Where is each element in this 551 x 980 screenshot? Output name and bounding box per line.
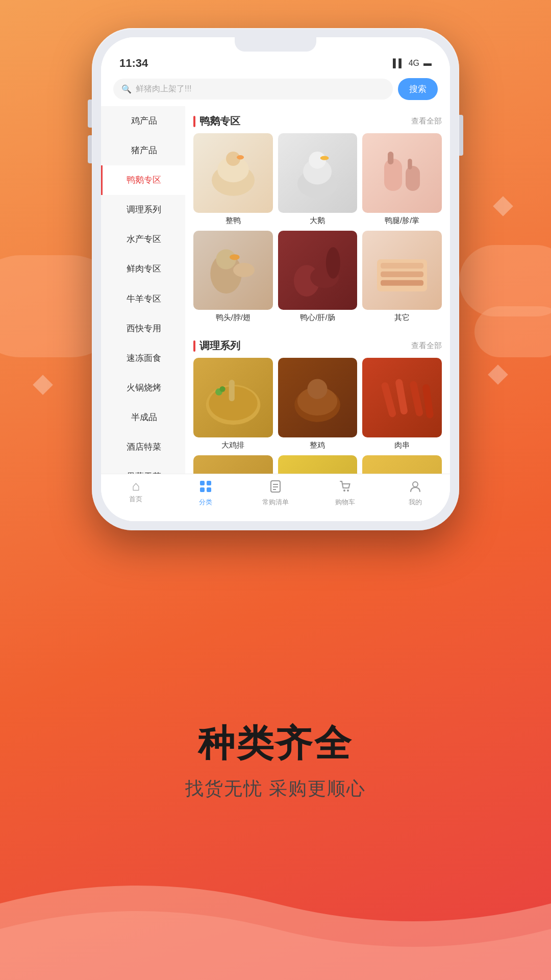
section-header-tiaoli: 调理系列 查看全部	[193, 331, 442, 358]
phone-mockup: 11:34 ▌▌ 4G ▬ 🔍 鲜猪肉上架了!!! 搜索	[92, 28, 459, 530]
cart-icon	[338, 479, 353, 496]
svg-rect-8	[384, 159, 402, 191]
svg-point-27	[219, 386, 225, 392]
svg-point-65	[347, 489, 349, 492]
product-name-yaxin: 鸭心/肝/肠	[300, 313, 335, 323]
product-yaxin[interactable]: 鸭心/肝/肠	[278, 231, 358, 323]
product-rouchuan[interactable]: 肉串	[362, 358, 442, 450]
svg-rect-32	[395, 379, 408, 415]
status-time: 11:34	[119, 57, 148, 70]
section-title-tiaoli: 调理系列	[193, 339, 240, 353]
product-img-rouchuan	[362, 358, 442, 437]
sidebar-item-shuichan[interactable]: 水产专区	[101, 225, 185, 254]
product-grid-tiaoli: 大鸡排 整鸡	[193, 358, 442, 474]
product-name-jizhi: 整鸡	[310, 440, 325, 450]
sidebar-item-yaya[interactable]: 鸭鹅专区	[101, 165, 185, 195]
product-qita[interactable]: 其它	[362, 231, 442, 323]
search-input-wrap[interactable]: 🔍 鲜猪肉上架了!!!	[113, 79, 393, 100]
right-panel: 鸭鹅专区 查看全部	[185, 106, 450, 474]
product-name-yatou: 鸭头/脖/翅	[216, 313, 251, 323]
product-dajipai[interactable]: 大鸡排	[193, 358, 273, 450]
svg-rect-57	[207, 481, 211, 485]
search-icon: 🔍	[121, 84, 132, 94]
product-name-dae: 大鹅	[310, 216, 325, 226]
signal-icon: ▌▌	[393, 59, 405, 68]
product-img-jimihua	[362, 455, 442, 474]
phone-notch	[235, 37, 316, 52]
svg-rect-20	[381, 263, 423, 268]
nav-home-label: 首页	[129, 495, 142, 504]
product-img-zhengya	[193, 133, 273, 213]
svg-point-66	[413, 482, 418, 487]
bottom-nav: ⌂ 首页 分类	[101, 474, 450, 521]
product-name-yatui: 鸭腿/胗/掌	[385, 216, 419, 226]
sidebar: 鸡产品 猪产品 鸭鹅专区 调理系列 水产专区 鲜肉专区	[101, 106, 185, 474]
volume-down-button	[88, 135, 92, 163]
main-content: 鸡产品 猪产品 鸭鹅专区 调理系列 水产专区 鲜肉专区	[101, 106, 450, 474]
product-dae[interactable]: 大鹅	[278, 133, 358, 226]
product-jiliu[interactable]: 鸡柳	[193, 455, 273, 474]
product-yatou[interactable]: 鸭头/脖/翅	[193, 231, 273, 323]
nav-category[interactable]: 分类	[171, 479, 241, 507]
svg-point-64	[343, 489, 345, 492]
svg-point-13	[233, 263, 255, 277]
product-jizhi[interactable]: 整鸡	[278, 358, 358, 450]
mine-icon	[408, 479, 422, 496]
product-yansuji[interactable]: 盐酥鸡	[278, 455, 358, 474]
product-zhengya[interactable]: 整鸭	[193, 133, 273, 226]
product-grid-yaya: 整鸭 大鹅	[193, 133, 442, 323]
svg-rect-9	[406, 166, 420, 191]
sidebar-item-xianrou[interactable]: 鲜肉专区	[101, 254, 185, 284]
product-yatui[interactable]: 鸭腿/胗/掌	[362, 133, 442, 226]
sidebar-item-niuyang[interactable]: 牛羊专区	[101, 284, 185, 314]
tagline-main: 种类齐全	[198, 719, 353, 768]
nav-cart-label: 购物车	[335, 498, 355, 507]
svg-rect-31	[381, 382, 397, 418]
view-all-tiaoli[interactable]: 查看全部	[411, 341, 442, 351]
svg-rect-25	[229, 380, 234, 401]
sidebar-item-xikuai[interactable]: 西快专用	[101, 314, 185, 344]
home-icon: ⌂	[132, 479, 140, 493]
section-bar-icon2	[193, 340, 195, 352]
sidebar-item-tiaoli[interactable]: 调理系列	[101, 195, 185, 225]
search-bar: 🔍 鲜猪肉上架了!!! 搜索	[101, 75, 450, 106]
nav-frequent[interactable]: 常购清单	[241, 479, 311, 507]
nav-home[interactable]: ⌂ 首页	[101, 479, 171, 507]
sidebar-item-huoguo[interactable]: 火锅烧烤	[101, 373, 185, 403]
section-bar-icon	[193, 116, 195, 127]
svg-rect-21	[381, 272, 423, 277]
product-img-yansuji	[278, 455, 358, 474]
svg-point-15	[230, 255, 240, 260]
product-name-qita: 其它	[394, 313, 410, 323]
nav-mine-label: 我的	[409, 498, 422, 507]
nav-cart[interactable]: 购物车	[310, 479, 380, 507]
sidebar-item-guoshu[interactable]: 果蔬干菜	[101, 462, 185, 474]
nav-category-label: 分类	[199, 498, 212, 507]
svg-rect-11	[408, 159, 412, 169]
svg-point-18	[326, 248, 340, 279]
product-name-dajipai: 大鸡排	[221, 440, 244, 450]
sidebar-item-jiudian[interactable]: 酒店特菜	[101, 432, 185, 462]
product-img-yatou	[193, 231, 273, 310]
product-jimihua[interactable]: 鸡米花	[362, 455, 442, 474]
section-header-yaya: 鸭鹅专区 查看全部	[193, 106, 442, 133]
svg-rect-10	[388, 152, 393, 164]
svg-point-30	[308, 379, 328, 399]
frequent-icon	[268, 479, 283, 496]
search-button[interactable]: 搜索	[398, 78, 438, 100]
sidebar-item-jichanpin[interactable]: 鸡产品	[101, 106, 185, 136]
nav-mine[interactable]: 我的	[380, 479, 450, 507]
sidebar-item-zhuchanpin[interactable]: 猪产品	[101, 136, 185, 165]
svg-rect-56	[200, 481, 205, 485]
bottom-section: 种类齐全 找货无忧 采购更顺心	[185, 530, 366, 980]
network-icon: 4G	[409, 59, 419, 68]
product-name-rouchuan: 肉串	[394, 440, 410, 450]
product-img-dajipai	[193, 358, 273, 437]
view-all-yaya[interactable]: 查看全部	[411, 116, 442, 126]
sidebar-item-sudong[interactable]: 速冻面食	[101, 344, 185, 373]
product-img-jiliu	[193, 455, 273, 474]
search-placeholder: 鲜猪肉上架了!!!	[136, 84, 191, 94]
power-button	[459, 115, 463, 156]
sidebar-item-banchengpin[interactable]: 半成品	[101, 403, 185, 432]
svg-rect-58	[200, 487, 205, 492]
